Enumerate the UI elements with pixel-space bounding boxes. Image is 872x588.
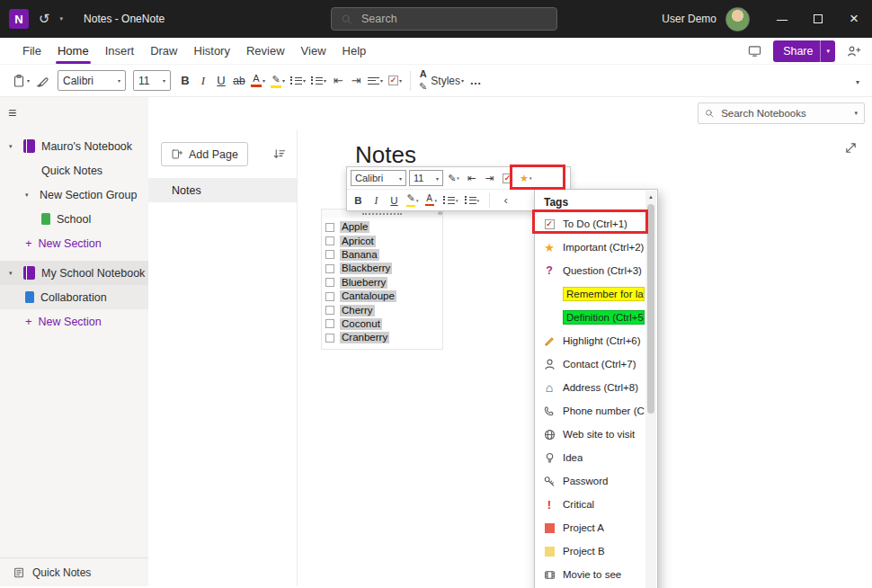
sidebar-item-new-section-group[interactable]: New Section Group: [0, 183, 148, 207]
sidebar-item-quick-notes[interactable]: Quick Notes: [0, 158, 148, 183]
list-item-text[interactable]: Coconut: [340, 318, 382, 330]
mini-highlight-button[interactable]: [405, 192, 421, 209]
tag-item-password[interactable]: Password: [535, 469, 657, 493]
tag-item-important[interactable]: Important (Ctrl+2): [535, 236, 657, 259]
selected-list-container[interactable]: ‹› Apple Apricot Banana Blackberry Blueb…: [321, 209, 443, 350]
mini-tag-menu-button[interactable]: [518, 169, 533, 187]
sort-icon[interactable]: [272, 147, 286, 161]
todo-checkbox[interactable]: [325, 236, 334, 245]
highlight-button[interactable]: [268, 69, 288, 93]
mini-italic-button[interactable]: I: [369, 192, 384, 209]
highlight-chevron-icon[interactable]: [282, 77, 285, 84]
todo-checkbox[interactable]: [325, 250, 334, 259]
mini-underline-button[interactable]: U: [387, 192, 402, 209]
menu-home[interactable]: Home: [49, 38, 97, 64]
mini-font-size-select[interactable]: 11: [409, 170, 443, 186]
close-button[interactable]: [836, 0, 872, 38]
mini-bullets-button[interactable]: [441, 192, 460, 209]
font-name-select[interactable]: Calibri: [58, 70, 126, 91]
page-item-notes[interactable]: Notes: [148, 178, 297, 202]
tag-item-project-b[interactable]: Project B: [535, 539, 657, 563]
menu-review[interactable]: Review: [238, 38, 293, 64]
mini-decrease-indent-button[interactable]: ⇤: [464, 169, 479, 187]
menu-file[interactable]: File: [14, 38, 49, 64]
todo-checkbox[interactable]: [325, 264, 334, 273]
chevron-down-icon[interactable]: [9, 143, 17, 150]
search-scope-chevron-icon[interactable]: [854, 110, 858, 117]
numbering-button[interactable]: [308, 69, 329, 93]
styles-chevron-icon[interactable]: [461, 77, 464, 84]
chevron-down-icon[interactable]: [9, 270, 17, 277]
titlebar-search[interactable]: [331, 7, 557, 31]
align-button[interactable]: [365, 69, 386, 93]
italic-button[interactable]: I: [194, 69, 212, 93]
new-section-button[interactable]: New Section: [0, 309, 148, 334]
paste-chevron-icon[interactable]: [27, 77, 30, 84]
tag-chevron-icon[interactable]: [399, 77, 402, 84]
tag-item-movie[interactable]: Movie to see: [535, 563, 657, 586]
mini-todo-tag-button[interactable]: [500, 169, 515, 187]
todo-checkbox[interactable]: [325, 319, 334, 328]
people-icon[interactable]: [846, 44, 861, 58]
hamburger-icon[interactable]: [8, 105, 16, 121]
tag-item-project-a[interactable]: Project A: [535, 516, 657, 539]
menu-view[interactable]: View: [293, 38, 334, 64]
scrollbar-thumb[interactable]: [647, 204, 654, 414]
numbering-chevron-icon[interactable]: [324, 77, 326, 84]
underline-button[interactable]: U: [212, 69, 230, 93]
mini-font-color-button[interactable]: A: [423, 192, 440, 209]
quick-access-chevron-icon[interactable]: [60, 15, 64, 22]
format-painter-button[interactable]: [32, 69, 52, 93]
list-item-text[interactable]: Blueberry: [340, 277, 387, 289]
maximize-button[interactable]: [800, 0, 836, 38]
expand-icon[interactable]: [844, 141, 858, 155]
tag-chevron-icon[interactable]: [529, 175, 532, 181]
todo-checkbox[interactable]: [325, 223, 334, 232]
list-item-text[interactable]: Apricot: [340, 236, 376, 247]
menu-history[interactable]: History: [186, 38, 238, 64]
menu-draw[interactable]: Draw: [142, 38, 185, 64]
list-item-text[interactable]: Blackberry: [340, 263, 392, 274]
sidebar-item-mauros-notebook[interactable]: Mauro's Notebook: [0, 134, 148, 158]
tag-item-idea[interactable]: Idea: [535, 446, 657, 469]
paste-button[interactable]: [9, 69, 32, 93]
decrease-indent-button[interactable]: ⇤: [329, 69, 347, 93]
screen-icon[interactable]: [747, 44, 762, 58]
tag-item-question[interactable]: Question (Ctrl+3): [535, 259, 657, 282]
chevron-down-icon[interactable]: [25, 192, 33, 199]
more-options-button[interactable]: [467, 69, 485, 93]
todo-tag-button[interactable]: [386, 69, 405, 93]
mini-bold-button[interactable]: B: [351, 192, 366, 209]
todo-checkbox[interactable]: [325, 334, 334, 343]
scroll-up-icon[interactable]: ▲: [645, 191, 656, 200]
font-color-button[interactable]: A: [248, 69, 268, 93]
bold-button[interactable]: B: [176, 69, 194, 93]
sidebar-item-my-school-notebook[interactable]: My School Notebook: [0, 261, 148, 285]
align-chevron-icon[interactable]: [380, 77, 383, 84]
quick-notes-footer[interactable]: Quick Notes: [0, 557, 148, 586]
user-name[interactable]: User Demo: [662, 13, 716, 25]
ribbon-collapse-icon[interactable]: [856, 78, 859, 86]
todo-checkbox[interactable]: [325, 292, 334, 301]
undo-icon[interactable]: [39, 11, 50, 27]
tag-item-critical[interactable]: Critical: [535, 493, 657, 516]
tag-item-website[interactable]: Web site to visit: [535, 423, 657, 446]
notebook-search[interactable]: [698, 102, 865, 124]
mini-font-name-select[interactable]: Calibri: [351, 170, 406, 186]
todo-checkbox[interactable]: [325, 306, 334, 315]
bullets-chevron-icon[interactable]: [303, 77, 306, 84]
list-item-text[interactable]: Apple: [340, 221, 369, 233]
menu-insert[interactable]: Insert: [97, 38, 143, 64]
mini-format-painter-button[interactable]: [446, 169, 461, 187]
font-size-select[interactable]: 11: [133, 70, 171, 91]
tag-item-remember[interactable]: Remember for later: [535, 282, 657, 306]
tag-item-todo[interactable]: To Do (Ctrl+1): [535, 212, 657, 236]
list-item-text[interactable]: Cantaloupe: [340, 290, 396, 302]
styles-button[interactable]: A Styles: [416, 69, 467, 93]
mini-increase-indent-button[interactable]: ⇥: [482, 169, 497, 187]
page-canvas[interactable]: Notes ‹› Apple Apricot Banana Blackberry: [298, 129, 872, 586]
sidebar-item-collaboration[interactable]: Collaboration: [0, 285, 148, 309]
bullets-button[interactable]: [288, 69, 308, 93]
tag-item-address[interactable]: Address (Ctrl+8): [535, 376, 657, 399]
list-item-text[interactable]: Banana: [340, 249, 379, 261]
